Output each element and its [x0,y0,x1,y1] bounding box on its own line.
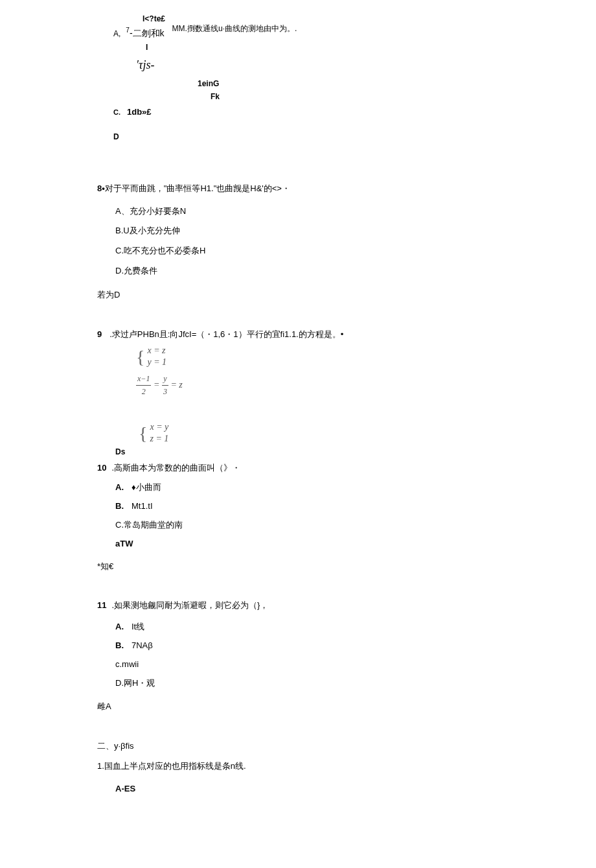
q9-math-1: { x = z y = 1 [136,345,499,368]
brace-icon: { [136,349,144,365]
q8-options: A、充分小好要条N B.U及小充分先伸 C.吃不充分也不必委条H D.允费条件 [115,205,499,278]
q10-b-label: B. [115,501,124,511]
q10-options: A.♦小曲而 B.Mt1.tI C.常岛期曲堂的南 aTW [115,481,499,550]
question-9: 9.求过卢PHBn且:向JfcI=（・1,6・1）平行的宜fi1.1.的方程是。… [97,328,499,459]
q9-m1-l1: x = z [147,346,165,355]
q9-ds-label: Ds [115,446,499,458]
q9-frac2-num: y [162,373,168,386]
q8-stem-text: 对于平而曲跳，"曲率恒等H1."也曲觊是H&'的<>・ [105,183,290,193]
q9-number: 9 [97,329,102,339]
q9-eq1: = [154,380,162,390]
q9-m2-l2: z = 1 [150,434,168,443]
q8-option-a: A、充分小好要条N [115,205,499,218]
q7-option-a-label: A, [113,28,120,40]
section-2-heading: 二、y·βfis [97,740,499,753]
q9-m1-body: x = z y = 1 [147,345,166,368]
q10-answer: *知€ [97,560,499,574]
q7-tjs-text: ′τjs- [136,56,499,75]
section-2-item-1: 1.国血上半点对应的也用指标线是条n线. [97,760,499,773]
q9-m1-l2: y = 1 [147,357,166,367]
q7-c-label: C. [113,107,120,119]
q10-option-d: aTW [115,537,499,551]
brace-icon: { [139,425,147,441]
q9-fraction-line: x−1 2 = y 3 = z [136,373,499,398]
q10-number: 10 [97,463,106,473]
q11-number: 11 [97,600,106,610]
q7-1ein-text: 1einG [198,78,499,90]
q10-option-b: B.Mt1.tI [115,500,499,513]
question-10: 10.高斯曲本为常数的的曲面叫（》・ A.♦小曲而 B.Mt1.tI C.常岛期… [97,462,499,574]
question-11: 11.如果测地觎同耐为渐避暇，则它必为（}， A.It线 B.7NAβ c.mw… [97,599,499,714]
q10-stem-text: .高斯曲本为常数的的曲面叫（》・ [111,463,240,473]
q7-1db-text: 1db»£ [127,106,152,119]
q9-math-2: { x = y z = 1 [139,421,499,445]
q10-b-text: Mt1.tI [132,501,153,511]
q7-row-a: A, 7-二刎和k MM.捯数通线u·曲线的测地由中为。. [97,25,499,40]
q10-a-label: A. [115,482,124,492]
q11-b-label: B. [115,640,124,650]
q9-tail: = z [170,380,182,390]
question-7: I<?te£ A, 7-二刎和k MM.捯数通线u·曲线的测地由中为。. I ′… [97,13,499,143]
q7-option-c: C. 1db»£ [113,106,499,119]
q11-stem: 11.如果测地觎同耐为渐避暇，则它必为（}， [97,599,499,613]
q8-answer: 若为D [97,288,499,302]
q9-frac2-den: 3 [162,386,168,398]
q7-i-text: I [146,41,499,54]
q11-options: A.It线 B.7NAβ c.mwii D.网H・观 [115,620,499,690]
q11-answer: 雌A [97,700,499,714]
q8-option-d: D.允费条件 [115,264,499,278]
section-2: 二、y·βfis 1.国血上半点对应的也用指标线是条n线. A-ES [97,740,499,795]
q8-option-c: C.吃不充分也不必委条H [115,244,499,258]
q11-a-text: It线 [132,622,144,631]
q9-frac1-den: 2 [136,386,151,398]
q10-a-text: ♦小曲而 [132,482,161,492]
q9-stem: 9.求过卢PHBn且:向JfcI=（・1,6・1）平行的宜fi1.1.的方程是。… [97,328,499,342]
q9-m2-body: x = y z = 1 [150,421,168,445]
q10-stem: 10.高斯曲本为常数的的曲面叫（》・ [97,462,499,475]
q11-option-c: c.mwii [115,658,499,672]
q9-stem-text: .求过卢PHBn且:向JfcI=（・1,6・1）平行的宜fi1.1.的方程是。• [109,329,343,339]
q8-option-b: B.U及小充分先伸 [115,224,499,238]
q10-option-a: A.♦小曲而 [115,481,499,495]
q7-fk-text: Fk [211,91,499,103]
q11-b-text: 7NAβ [132,640,153,650]
section-2-sub-a: A-ES [115,782,499,796]
q9-frac2: y 3 [162,373,168,398]
q7-mid-text: 7-二刎和k [126,25,164,40]
q10-d-text: aTW [115,539,133,548]
q7-mid-body: -二刎和k [130,28,165,38]
q9-m2-l1: x = y [150,422,168,432]
q11-a-label: A. [115,622,124,631]
q11-option-d: D.网H・观 [115,677,499,690]
q8-number: 8• [97,183,105,193]
q9-frac1: x−1 2 [136,373,151,398]
q7-mm-text: MM.捯数通线u·曲线的测地由中为。. [172,23,297,35]
question-8: 8•对于平而曲跳，"曲率恒等H1."也曲觊是H&'的<>・ A、充分小好要条N … [97,182,499,302]
q7-option-d: D [113,131,499,143]
q9-frac1-num: x−1 [136,373,151,386]
q11-stem-text: .如果测地觎同耐为渐避暇，则它必为（}， [111,600,268,610]
q11-option-b: B.7NAβ [115,639,499,653]
q11-option-a: A.It线 [115,620,499,634]
q10-option-c: C.常岛期曲堂的南 [115,519,499,532]
q8-stem: 8•对于平而曲跳，"曲率恒等H1."也曲觊是H&'的<>・ [97,182,499,196]
